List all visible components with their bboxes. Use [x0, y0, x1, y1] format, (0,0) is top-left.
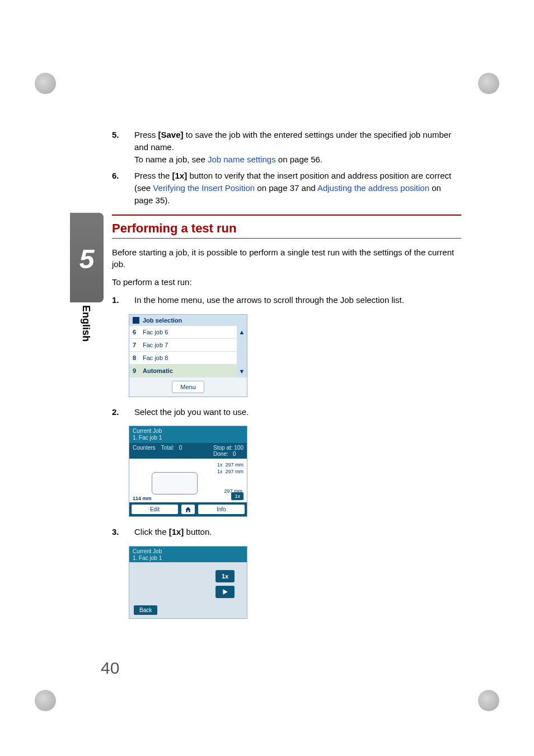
- figure-job-selection: Job selection 6 Fac job 6 7 Fac job 7 8 …: [129, 314, 461, 397]
- job-row[interactable]: 8 Fac job 8: [129, 352, 237, 365]
- link-verify-insert[interactable]: Verifying the Insert Position: [153, 183, 255, 193]
- link-adjust-address[interactable]: Adjusting the address position: [317, 183, 429, 193]
- envelope-size: 114 mm: [133, 496, 152, 501]
- info-button[interactable]: Info: [198, 505, 245, 514]
- figure-1x-run: Current Job 1. Fac job 1 1x Back: [129, 546, 461, 619]
- section-rule-bottom: [112, 238, 461, 239]
- section-heading: Performing a test run: [112, 221, 461, 236]
- link-job-name-settings[interactable]: Job name settings: [208, 155, 276, 164]
- figure-current-job: Current Job 1. Fac job 1 Counters Total:…: [129, 426, 461, 517]
- menu-button[interactable]: Menu: [172, 381, 204, 393]
- step-text: Click the [1x] button.: [134, 526, 461, 538]
- step-text: Press [Save] to save the job with the en…: [134, 129, 461, 165]
- chapter-number: 5: [70, 213, 104, 274]
- job-row-selected[interactable]: 9 Automatic: [129, 365, 237, 377]
- step-text: In the home menu, use the arrows to scro…: [134, 294, 461, 306]
- onex-button[interactable]: 1x: [216, 570, 235, 582]
- job-row[interactable]: 6 Fac job 6: [129, 326, 237, 339]
- step-number: 2.: [112, 406, 124, 418]
- page-number: 40: [101, 659, 119, 678]
- section-rule-top: [112, 214, 461, 216]
- step-number: 3.: [112, 526, 124, 538]
- scroll-up-button[interactable]: ▲: [237, 326, 247, 338]
- play-icon: [222, 589, 228, 595]
- job-row[interactable]: 7 Fac job 7: [129, 339, 237, 352]
- onex-badge[interactable]: 1x: [231, 492, 243, 500]
- language-tab: English: [80, 305, 92, 342]
- step-text: Select the job you want to use.: [134, 406, 461, 418]
- home-button[interactable]: [181, 505, 195, 514]
- start-button[interactable]: [216, 586, 235, 598]
- home-icon: [185, 506, 191, 513]
- step-text: Press the [1x] button to verify that the…: [134, 170, 461, 206]
- current-job-panel: Current Job 1. Fac job 1 Counters Total:…: [129, 426, 247, 517]
- step-number: 1.: [112, 294, 124, 306]
- steps-main: 1. In the home menu, use the arrows to s…: [112, 294, 461, 306]
- scroll-bar: ▲ ▼: [237, 326, 247, 377]
- back-button[interactable]: Back: [134, 605, 157, 615]
- onex-panel: Current Job 1. Fac job 1 1x Back: [129, 546, 247, 619]
- section-lead: To perform a test run:: [112, 276, 461, 288]
- crop-dot: [478, 690, 499, 711]
- scroll-down-button[interactable]: ▼: [237, 365, 247, 377]
- chapter-tab: 5: [70, 213, 104, 302]
- panel-header: Current Job 1. Fac job 1: [129, 426, 247, 443]
- machine-illustration: [152, 472, 198, 494]
- home-icon: [133, 317, 139, 324]
- counters-bar: Counters Total: 0 Stop at: 100 Done: 0: [129, 443, 247, 459]
- panel-header: Current Job 1. Fac job 1: [129, 547, 247, 562]
- crop-dot: [478, 73, 499, 94]
- feeder-sizes: 1x 297 mm 1x 297 mm 297 mm: [217, 462, 243, 494]
- crop-dot: [35, 73, 56, 94]
- edit-button[interactable]: Edit: [132, 505, 178, 514]
- job-list: 6 Fac job 6 7 Fac job 7 8 Fac job 8 9 Au…: [129, 326, 237, 377]
- crop-dot: [35, 690, 56, 711]
- steps-continued: 5. Press [Save] to save the job with the…: [112, 129, 461, 207]
- panel-title: Job selection: [129, 315, 247, 326]
- section-intro: Before starting a job, it is possible to…: [112, 246, 461, 271]
- job-selection-panel: Job selection 6 Fac job 6 7 Fac job 7 8 …: [129, 314, 247, 397]
- step-number: 5.: [112, 129, 124, 165]
- step-number: 6.: [112, 170, 124, 206]
